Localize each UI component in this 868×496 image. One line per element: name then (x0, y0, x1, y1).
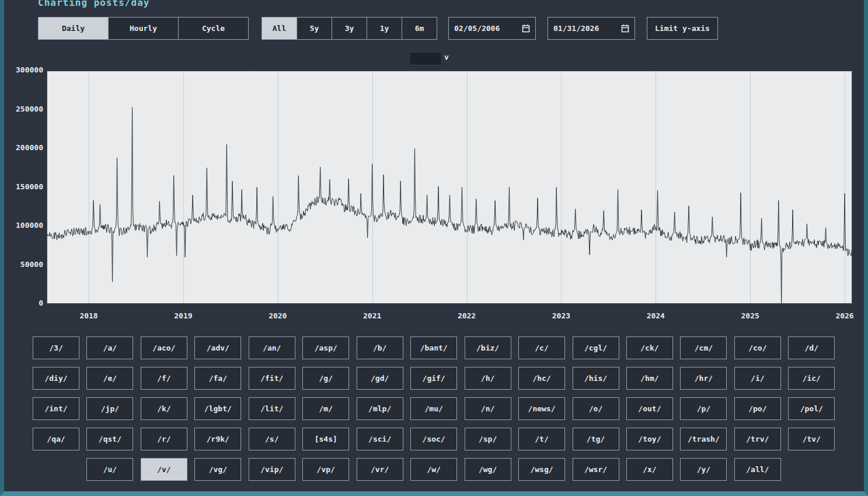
board-button-s[interactable]: /s/ (249, 428, 295, 450)
board-button-k[interactable]: /k/ (141, 397, 187, 420)
board-button-lgbt[interactable]: /lgbt/ (194, 397, 241, 420)
board-button-mu[interactable]: /mu/ (410, 397, 457, 420)
board-button-hr[interactable]: /hr/ (680, 367, 727, 390)
board-button-wg[interactable]: /wg/ (465, 458, 511, 481)
board-button-vp[interactable]: /vp/ (302, 458, 349, 481)
board-button-y[interactable]: /y/ (680, 458, 727, 481)
board-button-out[interactable]: /out/ (626, 397, 673, 420)
board-button-qst[interactable]: /qst/ (86, 428, 133, 450)
board-button-e[interactable]: /e/ (86, 367, 133, 390)
board-button-an[interactable]: /an/ (249, 337, 295, 359)
y-tick-label: 0 (0, 299, 43, 307)
board-button-hc[interactable]: /hc/ (518, 367, 565, 390)
calendar-icon (621, 24, 629, 33)
range-button-3y[interactable]: 3y (332, 18, 367, 39)
calendar-icon (522, 24, 530, 33)
board-button-tg[interactable]: /tg/ (573, 428, 619, 450)
mode-button-cycle[interactable]: Cycle (178, 18, 248, 39)
board-button-wsr[interactable]: /wsr/ (573, 458, 619, 481)
board-button-news[interactable]: /news/ (518, 397, 565, 420)
posts-per-day-chart-canvas[interactable] (47, 71, 852, 304)
board-button-qa[interactable]: /qa/ (33, 428, 79, 450)
board-button-u[interactable]: /u/ (86, 458, 133, 481)
board-button-r[interactable]: /r/ (141, 428, 187, 450)
x-tick-label: 2026 (821, 311, 868, 320)
board-button-vr[interactable]: /vr/ (357, 458, 403, 481)
board-button-diy[interactable]: /diy/ (33, 367, 79, 390)
board-button-sp[interactable]: /sp/ (465, 428, 511, 450)
board-button-s4s[interactable]: [s4s] (302, 428, 349, 450)
board-button-ic[interactable]: /ic/ (788, 367, 835, 390)
board-button-tv[interactable]: /tv/ (788, 428, 835, 450)
board-button-hm[interactable]: /hm/ (626, 367, 673, 390)
board-button-sci[interactable]: /sci/ (357, 428, 403, 450)
board-button-d[interactable]: /d/ (788, 337, 835, 359)
board-button-t[interactable]: /t/ (518, 428, 565, 450)
board-button-pol[interactable]: /pol/ (788, 397, 835, 420)
board-button-a[interactable]: /a/ (86, 337, 133, 359)
board-select-dropdown[interactable] (410, 53, 441, 64)
board-button-x[interactable]: /x/ (626, 458, 673, 481)
board-button-asp[interactable]: /asp/ (302, 337, 349, 359)
board-button-b[interactable]: /b/ (357, 337, 403, 359)
board-button-i[interactable]: /i/ (734, 367, 781, 390)
board-button-vip[interactable]: /vip/ (249, 458, 295, 481)
board-button-r9k[interactable]: /r9k/ (194, 428, 241, 450)
board-button-cm[interactable]: /cm/ (680, 337, 727, 359)
board-button-soc[interactable]: /soc/ (410, 428, 457, 450)
board-button-toy[interactable]: /toy/ (626, 428, 673, 450)
board-button-v[interactable]: /v/ (141, 458, 187, 481)
board-button-p[interactable]: /p/ (680, 397, 727, 420)
board-button-adv[interactable]: /adv/ (194, 337, 241, 359)
y-tick-label: 200000 (0, 143, 43, 152)
range-button-6m[interactable]: 6m (402, 18, 437, 39)
board-button-f[interactable]: /f/ (141, 367, 187, 390)
board-button-int[interactable]: /int/ (33, 397, 79, 420)
board-button-wsg[interactable]: /wsg/ (518, 458, 565, 481)
x-tick-label: 2018 (65, 311, 112, 320)
board-button-gif[interactable]: /gif/ (410, 367, 457, 390)
board-button-fit[interactable]: /fit/ (249, 367, 295, 390)
limit-y-axis-button[interactable]: Limit y-axis (647, 17, 718, 40)
y-tick-label: 300000 (0, 65, 43, 74)
board-button-w[interactable]: /w/ (410, 458, 457, 481)
board-button-g[interactable]: /g/ (302, 367, 349, 390)
board-button-co[interactable]: /co/ (734, 337, 781, 359)
mode-button-group: DailyHourlyCycle (38, 17, 249, 40)
date-to-input[interactable]: 01/31/2026 (548, 17, 635, 40)
board-button-po[interactable]: /po/ (734, 397, 781, 420)
board-button-lit[interactable]: /lit/ (249, 397, 295, 420)
mode-button-daily[interactable]: Daily (39, 18, 108, 39)
board-button-all[interactable]: /all/ (734, 458, 781, 481)
date-from-input[interactable]: 02/05/2006 (448, 17, 536, 40)
board-button-o[interactable]: /o/ (573, 397, 619, 420)
board-button-trv[interactable]: /trv/ (734, 428, 781, 450)
range-button-5y[interactable]: 5y (297, 18, 332, 39)
board-button-n[interactable]: /n/ (465, 397, 511, 420)
board-button-h[interactable]: /h/ (465, 367, 511, 390)
range-button-all[interactable]: All (262, 18, 297, 39)
board-button-3[interactable]: /3/ (33, 337, 79, 359)
board-button-fa[interactable]: /fa/ (194, 367, 241, 390)
x-tick-label: 2021 (349, 311, 396, 320)
mode-button-hourly[interactable]: Hourly (108, 18, 178, 39)
x-tick-label: 2022 (444, 311, 490, 320)
board-button-aco[interactable]: /aco/ (141, 337, 187, 359)
board-button-bant[interactable]: /bant/ (410, 337, 457, 359)
board-button-c[interactable]: /c/ (518, 337, 565, 359)
board-button-his[interactable]: /his/ (573, 367, 619, 390)
board-button-trash[interactable]: /trash/ (680, 428, 727, 450)
date-from-value: 02/05/2006 (454, 24, 522, 33)
board-button-m[interactable]: /m/ (302, 397, 349, 420)
board-button-jp[interactable]: /jp/ (86, 397, 133, 420)
y-tick-label: 250000 (0, 105, 43, 113)
range-button-group: All5y3y1y6m (262, 17, 437, 40)
board-button-cgl[interactable]: /cgl/ (573, 337, 619, 359)
board-button-mlp[interactable]: /mlp/ (357, 397, 403, 420)
board-select-value: v (444, 53, 449, 61)
board-button-biz[interactable]: /biz/ (465, 337, 511, 359)
board-button-vg[interactable]: /vg/ (194, 458, 241, 481)
board-button-gd[interactable]: /gd/ (357, 367, 403, 390)
range-button-1y[interactable]: 1y (367, 18, 402, 39)
board-button-ck[interactable]: /ck/ (626, 337, 673, 359)
